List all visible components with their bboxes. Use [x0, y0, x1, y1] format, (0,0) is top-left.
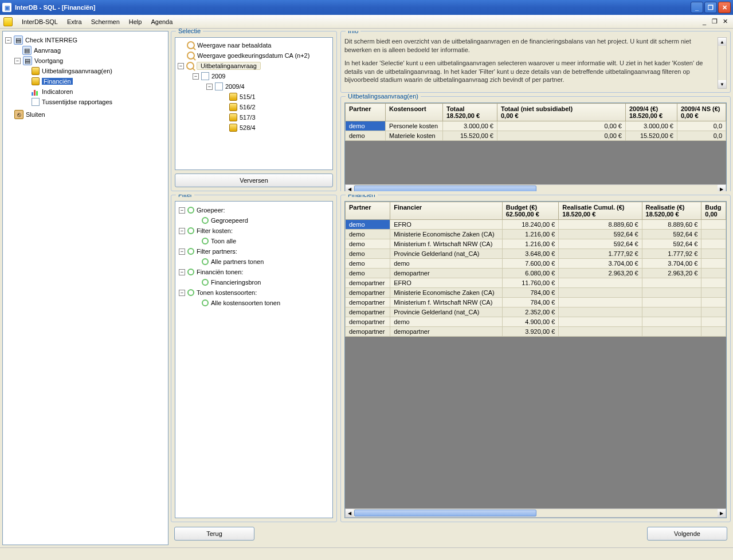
filter-tonen-kosten[interactable]: −Tonen kostensoorten:: [179, 287, 329, 298]
scroll-right-icon[interactable]: ▶: [718, 185, 726, 191]
nav-root[interactable]: − ▤ Check INTERREG: [5, 35, 166, 45]
col-totaal-ns[interactable]: Totaal (niet subsidiabel)0,00 €: [497, 104, 626, 121]
table-row[interactable]: demoEFRO18.240,00 €8.889,60 €8.889,60 €: [346, 220, 726, 230]
col-budg2[interactable]: Budg0,00: [701, 202, 726, 220]
collapse-icon[interactable]: −: [178, 63, 184, 69]
verversen-button[interactable]: Verversen: [175, 173, 333, 187]
scroll-down-icon[interactable]: ▼: [718, 80, 726, 88]
nav-financien[interactable]: Financiën: [5, 76, 166, 86]
sel-528-4[interactable]: 528/4: [178, 123, 330, 133]
minimize-button[interactable]: _: [691, 2, 703, 13]
sel-515-1[interactable]: 515/1: [178, 92, 330, 102]
collapse-icon[interactable]: −: [193, 73, 199, 80]
collapse-icon[interactable]: −: [206, 84, 213, 90]
cell-budg2: [701, 288, 726, 298]
collapse-icon[interactable]: −: [179, 228, 185, 234]
sel-517-3[interactable]: 517/3: [178, 112, 330, 123]
mdi-minimize[interactable]: _: [700, 18, 709, 26]
fin-hscroll[interactable]: ◀▶: [345, 508, 726, 518]
menu-help[interactable]: Help: [124, 17, 147, 27]
uitbetaling-table[interactable]: Partner Kostensoort Totaal18.520,00 € To…: [345, 103, 726, 141]
collapse-icon[interactable]: −: [5, 37, 11, 44]
cell-real-cumul: 592,64 €: [559, 239, 642, 249]
mdi-close[interactable]: ✕: [720, 18, 730, 26]
col-realisatie[interactable]: Realisatie (€)18.520,00 €: [642, 202, 701, 220]
scroll-thumb[interactable]: [354, 186, 536, 191]
close-button[interactable]: ✕: [718, 2, 731, 13]
nav-tussentijdse[interactable]: Tussentijdse rapportages: [5, 97, 166, 107]
collapse-icon[interactable]: −: [179, 269, 185, 275]
cell-partner: demo: [346, 269, 390, 278]
collapse-icon[interactable]: −: [179, 249, 185, 255]
nav-sluiten[interactable]: ⎋ Sluiten: [5, 109, 166, 120]
menu-interdb[interactable]: InterDB-SQL: [17, 17, 62, 27]
volgende-button[interactable]: Volgende: [647, 527, 727, 541]
mdi-restore[interactable]: ❐: [710, 18, 719, 26]
scroll-left-icon[interactable]: ◀: [346, 185, 354, 191]
financien-table[interactable]: Partner Financier Budget (€)62.500,00 € …: [345, 202, 726, 337]
collapse-icon[interactable]: −: [179, 207, 185, 214]
maximize-button[interactable]: ❐: [704, 2, 717, 13]
table-row[interactable]: demoMateriele kosten15.520,00 €0,00 €15.…: [346, 131, 726, 141]
table-row[interactable]: demopartnerMinisterium f. Wirtschaft NRW…: [346, 298, 726, 307]
sel-2009[interactable]: −2009: [178, 71, 330, 81]
table-row[interactable]: demopartnerMinisterie Economische Zaken …: [346, 288, 726, 298]
sel-weergave-goed[interactable]: Weergave goedkeuringsdatum CA (n+2): [178, 50, 330, 61]
circle-icon: [202, 279, 209, 286]
cell-realisatie: [642, 317, 701, 327]
collapse-icon[interactable]: −: [14, 58, 21, 64]
table-row[interactable]: demoPersonele kosten3.000,00 €0,00 €3.00…: [346, 121, 726, 131]
info-panel: Info Dit scherm biedt een overzicht van …: [340, 31, 731, 93]
col-partner[interactable]: Partner: [346, 202, 390, 220]
filter-groepeer[interactable]: −Groepeer:: [179, 205, 329, 215]
col-real-cumul[interactable]: Realisatie Cumul. (€)18.520,00 €: [559, 202, 642, 220]
col-2009-4[interactable]: 2009/4 (€)18.520,00 €: [626, 104, 677, 121]
col-financier[interactable]: Financier: [390, 202, 503, 220]
uitbetaling-legend: Uitbetalingsaanvraag(en): [346, 93, 421, 100]
filter-alle-kosten[interactable]: Alle kostensoorten tonen: [179, 298, 329, 308]
terug-button[interactable]: Terug: [174, 527, 254, 541]
sel-516-2[interactable]: 516/2: [178, 102, 330, 112]
scroll-up-icon[interactable]: ▲: [718, 38, 726, 46]
table-row[interactable]: demoMinisterium f. Wirtschaft NRW (CA)1.…: [346, 239, 726, 249]
filter-gegroepeerd[interactable]: Gegroepeerd: [179, 215, 329, 226]
nav-voortgang[interactable]: − ▤ Voortgang: [5, 56, 166, 66]
scroll-left-icon[interactable]: ◀: [346, 509, 354, 517]
info-scrollbar[interactable]: ▲▼: [718, 37, 727, 89]
table-row[interactable]: demopartnerdemopartner3.920,00 €: [346, 327, 726, 337]
cell-partner: demo: [346, 239, 390, 249]
table-row[interactable]: demodemo7.600,00 €3.704,00 €3.704,00 €: [346, 259, 726, 269]
cell-real-cumul: 2.963,20 €: [559, 269, 642, 278]
filter-alle-partners[interactable]: Alle partners tonen: [179, 257, 329, 267]
menu-schermen[interactable]: Schermen: [87, 17, 124, 27]
table-row[interactable]: demopartnerProvincie Gelderland (nat_CA)…: [346, 307, 726, 317]
filter-financien-tonen[interactable]: −Financiën tonen:: [179, 267, 329, 277]
scroll-right-icon[interactable]: ▶: [718, 509, 726, 517]
table-row[interactable]: demoMinisterie Economische Zaken (CA)1.2…: [346, 230, 726, 239]
menu-extra[interactable]: Extra: [62, 17, 87, 27]
col-2009-4-ns[interactable]: 2009/4 NS (€)0,00 €: [677, 104, 726, 121]
table-row[interactable]: demoProvincie Gelderland (nat_CA)3.648,0…: [346, 249, 726, 259]
filter-financieringsbron[interactable]: Financieringsbron: [179, 277, 329, 287]
collapse-icon[interactable]: −: [179, 290, 185, 296]
menu-agenda[interactable]: Agenda: [146, 17, 177, 27]
table-row[interactable]: demodemopartner6.080,00 €2.963,20 €2.963…: [346, 269, 726, 278]
sel-weergave-betaal[interactable]: Weergave naar betaaldata: [178, 40, 330, 50]
table-row[interactable]: demopartnerEFRO11.760,00 €: [346, 278, 726, 288]
col-partner[interactable]: Partner: [346, 104, 386, 121]
col-budget[interactable]: Budget (€)62.500,00 €: [502, 202, 559, 220]
col-kostensoort[interactable]: Kostensoort: [386, 104, 443, 121]
table-row[interactable]: demopartnerdemo4.900,00 €: [346, 317, 726, 327]
nav-uitbetalingsaanvraag[interactable]: Uitbetalingsaanvraag(en): [5, 66, 166, 76]
sel-uitbetalingaanvraag[interactable]: −Uitbetalingaanvraag: [178, 61, 330, 71]
col-totaal[interactable]: Totaal18.520,00 €: [443, 104, 497, 121]
filter-kosten[interactable]: −Filter kosten:: [179, 226, 329, 236]
filter-toon-alle[interactable]: Toon alle: [179, 236, 329, 246]
scroll-thumb[interactable]: [354, 510, 536, 516]
nav-aanvraag[interactable]: ▤ Aanvraag: [5, 45, 166, 56]
uit-hscroll[interactable]: ◀▶: [345, 184, 726, 191]
sel-2009-4[interactable]: −2009/4: [178, 81, 330, 92]
filter-partners[interactable]: −Filter partners:: [179, 246, 329, 257]
cell-totaal-ns: 0,00 €: [497, 131, 626, 141]
nav-indicatoren[interactable]: Indicatoren: [5, 86, 166, 97]
